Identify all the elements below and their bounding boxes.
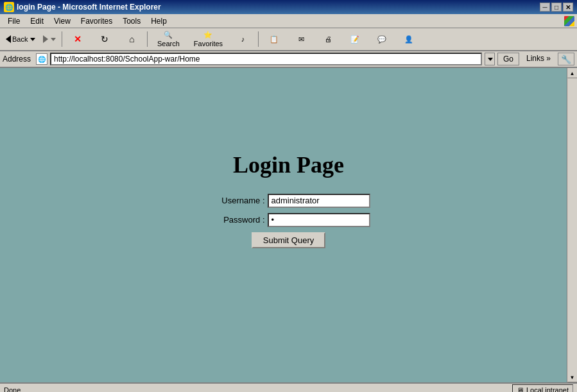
messenger-button[interactable]: 👤 xyxy=(396,30,422,49)
menu-edit[interactable]: Edit xyxy=(25,15,49,27)
minimize-button[interactable]: ─ xyxy=(540,3,550,12)
scroll-down-button[interactable]: ▼ xyxy=(567,372,578,382)
back-button[interactable]: Back xyxy=(3,30,39,48)
menu-favorites[interactable]: Favorites xyxy=(76,15,117,27)
menu-tools[interactable]: Tools xyxy=(117,15,146,27)
edit-button[interactable]: 📝 xyxy=(342,30,368,49)
discuss-button[interactable]: 💬 xyxy=(369,30,395,49)
mail-button[interactable]: ✉ xyxy=(288,30,314,49)
dropdown-arrow-icon xyxy=(488,58,493,61)
print-icon: 🖨 xyxy=(325,35,332,43)
edit-icon: 📝 xyxy=(350,35,359,44)
xp-flag-icon xyxy=(564,16,574,26)
mail-icon: ✉ xyxy=(298,35,304,44)
status-bar: Done 🖥 Local intranet xyxy=(0,382,577,392)
status-text: Done xyxy=(4,386,21,392)
status-right: 🖥 Local intranet xyxy=(512,384,573,392)
title-bar-controls[interactable]: ─ □ ✕ xyxy=(540,3,573,12)
menu-file[interactable]: File xyxy=(3,15,25,27)
toolbar: Back ✕ ↻ ⌂ 🔍 Search ⭐ Favorites ♪ 📋 ✉ xyxy=(0,28,577,51)
favorites-icon: ⭐ xyxy=(203,31,212,39)
history-icon: 📋 xyxy=(270,35,279,44)
login-container: Login Page Username : Password : Submit … xyxy=(207,151,370,248)
scrollbar[interactable]: ▲ ▼ xyxy=(567,68,577,382)
media-button[interactable]: ♪ xyxy=(230,30,255,49)
refresh-button[interactable]: ↻ xyxy=(92,30,117,49)
address-input[interactable] xyxy=(50,53,482,65)
media-icon: ♪ xyxy=(241,35,245,43)
scroll-up-button[interactable]: ▲ xyxy=(567,68,578,78)
submit-button[interactable]: Submit Query xyxy=(252,232,325,248)
password-label: Password : xyxy=(207,215,265,225)
toolbar-separator-3 xyxy=(258,31,259,47)
address-label: Address xyxy=(3,55,31,64)
title-bar-left: 🌐 login Page - Microsoft Internet Explor… xyxy=(4,2,161,12)
title-bar: 🌐 login Page - Microsoft Internet Explor… xyxy=(0,0,577,14)
zone-label: Local intranet xyxy=(526,386,569,392)
go-button[interactable]: Go xyxy=(497,53,519,65)
close-button[interactable]: ✕ xyxy=(563,3,573,12)
password-row: Password : xyxy=(207,213,370,227)
address-bar: Address 🌐 Go Links » 🔧 xyxy=(0,51,577,68)
toolbar-separator-1 xyxy=(62,31,62,47)
zone-panel: 🖥 Local intranet xyxy=(512,384,573,392)
zone-icon: 🖥 xyxy=(517,386,524,392)
toolbar-separator-2 xyxy=(147,31,148,47)
password-input[interactable] xyxy=(268,213,370,227)
links-button[interactable]: Links » xyxy=(522,53,555,65)
menu-help[interactable]: Help xyxy=(146,15,172,27)
favorites-label: Favorites xyxy=(194,40,223,47)
menu-bar: File Edit View Favorites Tools Help xyxy=(0,14,577,28)
search-icon: 🔍 xyxy=(164,31,173,39)
submit-row: Submit Query xyxy=(207,232,370,248)
stop-icon: ✕ xyxy=(74,34,82,44)
discuss-icon: 💬 xyxy=(377,35,386,44)
menu-view[interactable]: View xyxy=(49,15,76,27)
browser-content: Login Page Username : Password : Submit … xyxy=(0,68,577,382)
back-dropdown-icon xyxy=(30,38,35,41)
history-button[interactable]: 📋 xyxy=(261,30,287,49)
back-label: Back xyxy=(12,35,28,43)
username-row: Username : xyxy=(207,194,370,208)
forward-dropdown-icon xyxy=(51,38,56,41)
search-label: Search xyxy=(157,40,180,47)
page-title: Login Page xyxy=(207,151,370,178)
search-button[interactable]: 🔍 Search xyxy=(150,30,186,49)
username-label: Username : xyxy=(207,196,265,205)
address-dropdown[interactable] xyxy=(485,53,495,65)
login-form: Username : Password : Submit Query xyxy=(207,194,370,248)
home-icon: ⌂ xyxy=(129,34,134,44)
messenger-icon: 👤 xyxy=(404,35,413,44)
username-input[interactable] xyxy=(268,194,370,208)
address-tools-icon[interactable]: 🔧 xyxy=(558,53,574,65)
title-bar-text: login Page - Microsoft Internet Explorer xyxy=(17,3,161,12)
tools-icon: 🔧 xyxy=(561,55,571,64)
forward-arrow-icon xyxy=(43,35,48,43)
print-button[interactable]: 🖨 xyxy=(315,30,341,49)
address-globe-icon: 🌐 xyxy=(36,53,47,65)
back-arrow-icon xyxy=(6,35,11,43)
home-button[interactable]: ⌂ xyxy=(119,30,144,49)
forward-button[interactable] xyxy=(40,30,59,48)
stop-button[interactable]: ✕ xyxy=(65,30,90,49)
favorites-button[interactable]: ⭐ Favorites xyxy=(187,30,228,49)
maximize-button[interactable]: □ xyxy=(551,3,562,12)
browser-icon: 🌐 xyxy=(4,2,14,12)
refresh-icon: ↻ xyxy=(101,34,108,44)
